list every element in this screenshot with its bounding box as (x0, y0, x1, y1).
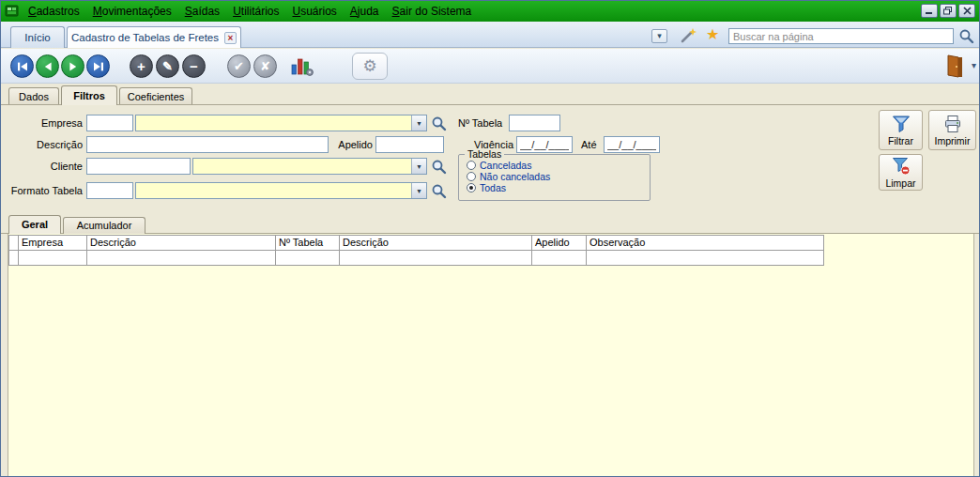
menu-item-ajuda[interactable]: Ajuda (344, 1, 386, 22)
minus-icon: − (190, 58, 198, 74)
cliente-code-input[interactable] (86, 158, 191, 175)
restore-button[interactable] (940, 4, 957, 18)
tabelas-group-title: Tabelas (465, 148, 504, 160)
tab-cadastro-tabelas-fretes[interactable]: Cadastro de Tabelas de Fretes × (67, 26, 241, 48)
column-header-descricao[interactable]: Descrição (86, 235, 276, 251)
nav-next-button[interactable] (61, 54, 84, 78)
menu-item-cadastros[interactable]: Cadastros (22, 1, 86, 22)
add-record-button[interactable]: + (130, 54, 153, 78)
magic-wand-icon[interactable] (680, 27, 697, 44)
num-tabela-input[interactable] (509, 115, 560, 131)
menu-item-sair[interactable]: Sair do Sistema (386, 1, 479, 22)
cell-observacao[interactable] (586, 250, 824, 266)
tab-cadastro-label: Cadastro de Tabelas de Fretes (71, 32, 219, 43)
apelido-input[interactable] (375, 136, 444, 153)
descricao-input[interactable] (86, 136, 329, 153)
formato-combo-arrow-icon[interactable]: ▼ (411, 183, 426, 198)
delete-record-button[interactable]: − (182, 54, 206, 78)
formato-combo[interactable]: ▼ (135, 182, 427, 199)
cliente-lookup-icon[interactable] (431, 159, 447, 175)
menu-item-utilitarios[interactable]: Utilitários (226, 1, 285, 22)
favorites-star-icon[interactable]: ★ (706, 25, 719, 43)
tab-acumulador[interactable]: Acumulador (63, 217, 145, 234)
cross-icon: ✘ (260, 59, 270, 73)
plus-icon: + (137, 58, 145, 74)
filtrar-label: Filtrar (888, 135, 913, 146)
search-input[interactable] (728, 28, 954, 44)
column-header-num-tabela[interactable]: Nº Tabela (275, 235, 340, 251)
tab-inicio[interactable]: Início (10, 26, 65, 48)
tab-list-button[interactable]: ▾ (651, 29, 667, 43)
document-tabbar: Início Cadastro de Tabelas de Fretes × ▾… (1, 22, 979, 48)
formato-lookup-icon[interactable] (431, 183, 447, 199)
descricao-label: Descrição (5, 139, 83, 150)
tab-dados[interactable]: Dados (8, 87, 59, 104)
nav-prev-button[interactable] (36, 54, 59, 78)
empresa-combo[interactable]: ▼ (135, 115, 427, 131)
table-row[interactable] (8, 250, 824, 266)
chevron-down-icon: ▾ (657, 31, 662, 40)
radio-canceladas[interactable]: Canceladas (467, 160, 531, 170)
cell-num-tabela[interactable] (275, 250, 340, 266)
apelido-label: Apelido (331, 139, 373, 150)
edit-record-button[interactable]: ✎ (156, 54, 179, 78)
radio-todas[interactable]: Todas (467, 182, 506, 192)
formato-code-input[interactable] (86, 182, 133, 199)
nav-first-button[interactable] (10, 54, 34, 78)
column-header-apelido[interactable]: Apelido (531, 235, 587, 251)
radio-todas-circle[interactable] (467, 183, 476, 192)
tab-coeficientes[interactable]: Coeficientes (119, 87, 192, 104)
cliente-combo-arrow-icon[interactable]: ▼ (411, 159, 426, 174)
restore-icon (943, 7, 953, 15)
grid-body[interactable] (8, 233, 974, 476)
app-window: Cadastros Movimentações Saídas Utilitári… (0, 0, 980, 477)
cell-empresa[interactable] (18, 250, 87, 266)
radio-nao-canceladas-circle[interactable] (467, 172, 476, 181)
menu-item-usuarios[interactable]: Usuários (285, 1, 343, 22)
cell-descricao-2[interactable] (339, 250, 532, 266)
tab-coeficientes-label: Coeficientes (128, 91, 185, 102)
menu-item-movimentacoes[interactable]: Movimentações (86, 1, 178, 22)
column-header-empresa[interactable]: Empresa (18, 235, 87, 251)
empresa-combo-arrow-icon[interactable]: ▼ (411, 115, 426, 131)
cliente-label: Cliente (5, 161, 83, 172)
imprimir-button[interactable]: Imprimir (928, 110, 976, 150)
tab-filtros-label: Filtros (73, 90, 105, 101)
tab-inicio-label: Início (24, 32, 51, 43)
next-record-icon (67, 60, 80, 73)
filtrar-button[interactable]: Filtrar (879, 110, 923, 150)
chart-button[interactable] (291, 56, 314, 77)
toolbar-overflow-caret[interactable]: ▾ (972, 60, 976, 70)
tab-filtros[interactable]: Filtros (61, 85, 117, 105)
radio-canceladas-circle[interactable] (467, 161, 476, 170)
cell-descricao[interactable] (86, 250, 276, 266)
filter-funnel-icon (892, 115, 911, 133)
empresa-code-input[interactable] (86, 115, 133, 131)
nav-last-button[interactable] (86, 54, 110, 78)
limpar-label: Limpar (885, 177, 915, 189)
search-icon[interactable] (958, 28, 974, 44)
toolbar: + ✎ − ✔ ✘ ⚙ ▾ (1, 49, 979, 84)
tab-close-icon[interactable]: × (224, 32, 237, 44)
cancel-button[interactable]: ✘ (253, 54, 277, 78)
column-header-observacao[interactable]: Observação (586, 235, 824, 251)
column-header-descricao-2[interactable]: Descrição (339, 235, 532, 251)
confirm-button[interactable]: ✔ (227, 54, 251, 78)
printer-icon (943, 115, 962, 133)
formato-tabela-label: Formato Tabela (5, 185, 83, 196)
gear-icon: ⚙ (362, 56, 376, 76)
empresa-lookup-icon[interactable] (431, 115, 447, 131)
minimize-button[interactable] (921, 4, 938, 18)
vigencia-fim-input[interactable] (604, 136, 660, 153)
tab-geral[interactable]: Geral (8, 215, 61, 234)
cliente-combo[interactable]: ▼ (192, 158, 427, 175)
close-button[interactable] (958, 4, 975, 18)
cell-apelido[interactable] (531, 250, 587, 266)
menu-item-saidas[interactable]: Saídas (178, 1, 226, 22)
vigencia-inicio-input[interactable] (516, 136, 573, 153)
limpar-button[interactable]: Limpar (879, 154, 923, 191)
exit-door-icon[interactable] (945, 54, 966, 79)
prev-record-icon (41, 60, 54, 73)
settings-button[interactable]: ⚙ (352, 53, 388, 80)
radio-nao-canceladas[interactable]: Não canceladas (467, 171, 550, 181)
